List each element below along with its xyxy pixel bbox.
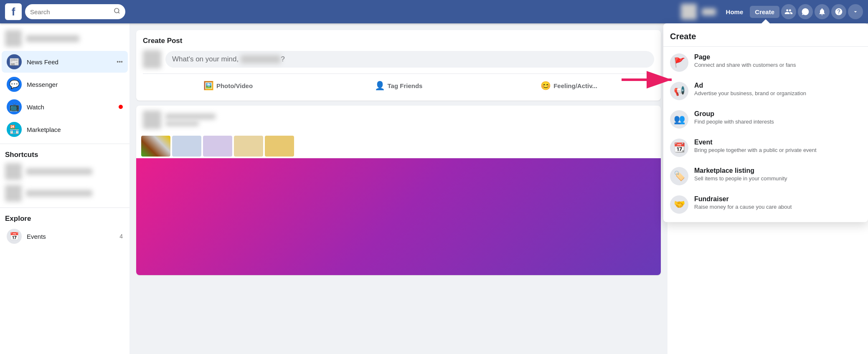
ad-item-text: Ad Advertise your business, brand or org… [694,82,861,96]
tag-friends-icon: 👤 [375,81,385,91]
create-post-avatar [143,50,161,68]
main-content: Create Post What's on your mind, ███████… [129,23,667,354]
shortcuts-title: Shortcuts [0,147,129,161]
thumbnail [265,136,294,157]
shortcut-item[interactable]: ████████████████ [0,182,129,204]
group-icon: 👥 [670,110,688,129]
page-item-text: Page Connect and share with customers or… [694,53,861,68]
feed-post-header [136,106,661,134]
ad-item-title: Ad [694,82,861,89]
post-placeholder: What's on your mind, ████████? [172,55,285,63]
chevron-down-icon-btn[interactable] [848,4,863,19]
sidebar-item-label: Watch [27,104,123,111]
photo-video-action[interactable]: 🖼️ Photo/Video [143,77,313,94]
explore-item-label: Events [27,233,114,240]
thumbnail [203,136,232,157]
sidebar-item-news-feed[interactable]: 📰 News Feed ••• [2,51,128,73]
header-nav: User Home Create [681,4,863,20]
friends-icon-btn[interactable] [781,4,796,19]
create-post-input[interactable]: What's on your mind, ████████? [165,51,654,68]
photo-video-icon: 🖼️ [203,81,214,91]
search-input[interactable] [30,8,112,15]
news-feed-icon: 📰 [7,54,22,69]
group-item-title: Group [694,110,861,118]
marketplace-listing-icon: 🏷️ [670,167,688,185]
create-post-card: Create Post What's on your mind, ███████… [136,30,661,101]
tag-friends-action[interactable]: 👤 Tag Friends [313,77,484,94]
layout: ████████████ 📰 News Feed ••• 💬 Messenger… [0,23,868,354]
feed-post-image [136,158,661,275]
more-icon[interactable]: ••• [117,58,123,65]
marketplace-icon: 🏪 [7,122,22,137]
marketplace-listing-item-text: Marketplace listing Sell items to people… [694,167,861,182]
fundraiser-icon: 🤝 [670,195,688,214]
event-item-desc: Bring people together with a public or p… [694,147,861,153]
page-item-title: Page [694,53,861,61]
dropdown-item-page[interactable]: 🚩 Page Connect and share with customers … [663,48,868,77]
event-icon: 📆 [670,139,688,157]
dropdown-caret [761,19,770,23]
photo-video-label: Photo/Video [216,82,253,89]
explore-item-events[interactable]: 📅 Events 4 [2,225,128,247]
search-bar[interactable] [25,4,125,19]
sidebar-item-label: Marketplace [27,126,123,133]
feed-post-avatar [143,111,161,129]
shortcut-label: ████████████████ [26,168,92,175]
shortcut-thumb [5,185,22,202]
sidebar-item-marketplace[interactable]: 🏪 Marketplace [2,119,128,140]
nav-home[interactable]: Home [721,6,749,18]
thumbnail [172,136,201,157]
feed-post-thumbnails [136,134,661,158]
events-count: 4 [119,233,123,240]
sidebar-item-label: Messenger [27,81,123,88]
shortcut-thumb [5,163,22,180]
sidebar-item-watch[interactable]: 📺 Watch [2,96,128,118]
dropdown-divider [663,46,868,47]
notifications-icon-btn[interactable] [815,4,830,19]
ad-item-desc: Advertise your business, brand or organi… [694,90,861,96]
thumbnail [141,136,170,157]
create-post-actions: 🖼️ Photo/Video 👤 Tag Friends 😊 Feeling/A… [143,73,654,94]
group-item-desc: Find people with shared interests [694,119,861,125]
sidebar-divider [0,207,129,208]
ad-icon: 📢 [670,82,688,100]
search-icon [114,8,120,16]
sidebar-item-messenger[interactable]: 💬 Messenger [2,73,128,95]
help-icon-btn[interactable] [831,4,846,19]
fundraiser-item-title: Fundraiser [694,195,861,203]
svg-point-0 [114,8,119,13]
create-post-title: Create Post [143,37,654,45]
shortcut-item[interactable]: ████████████████ [0,161,129,182]
feed-post [136,106,661,275]
messenger-icon: 💬 [7,77,22,92]
dropdown-item-marketplace-listing[interactable]: 🏷️ Marketplace listing Sell items to peo… [663,162,868,190]
dropdown-header: Create [663,27,868,45]
thumbnail [234,136,263,157]
sidebar-user[interactable]: ████████████ [0,27,129,50]
right-panel: · Settings Create 🚩 Page Connect and sha… [667,23,868,354]
nav-create[interactable]: Create [750,6,779,18]
tag-friends-label: Tag Friends [388,82,423,89]
create-post-input-row: What's on your mind, ████████? [143,50,654,68]
event-item-title: Event [694,139,861,146]
fundraiser-item-desc: Raise money for a cause you care about [694,204,861,210]
dropdown-item-ad[interactable]: 📢 Ad Advertise your business, brand or o… [663,77,868,105]
explore-title: Explore [0,211,129,225]
dropdown-item-event[interactable]: 📆 Event Bring people together with a pub… [663,134,868,162]
messenger-icon-btn[interactable] [798,4,813,19]
sidebar-item-label: News Feed [27,58,112,66]
feeling-action[interactable]: 😊 Feeling/Activ... [484,77,654,94]
facebook-logo: f [5,3,22,20]
dropdown-item-fundraiser[interactable]: 🤝 Fundraiser Raise money for a cause you… [663,190,868,219]
marketplace-listing-item-title: Marketplace listing [694,167,861,174]
header-username: User [702,8,716,15]
watch-icon: 📺 [7,99,22,114]
feeling-icon: 😊 [541,81,551,91]
page-icon: 🚩 [670,53,688,72]
dropdown-item-group[interactable]: 👥 Group Find people with shared interest… [663,105,868,134]
feeling-label: Feeling/Activ... [553,82,597,89]
sidebar-username: ████████████ [26,35,79,42]
create-dropdown: Create 🚩 Page Connect and share with cus… [663,23,868,222]
shortcut-label: ████████████████ [26,190,92,197]
event-item-text: Event Bring people together with a publi… [694,139,861,153]
